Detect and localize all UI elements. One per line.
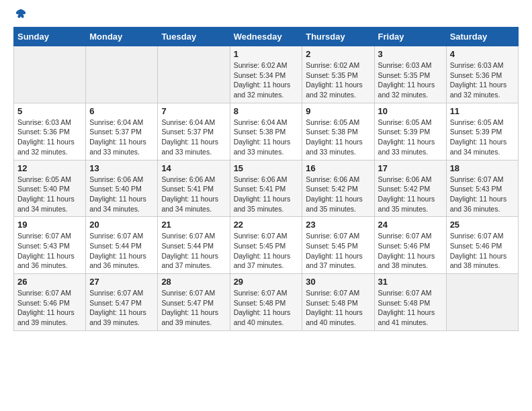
calendar-week-row: 12Sunrise: 6:05 AMSunset: 5:40 PMDayligh… [14, 160, 519, 217]
calendar-cell: 24Sunrise: 6:07 AMSunset: 5:46 PMDayligh… [374, 217, 446, 274]
day-info: Sunrise: 6:07 AMSunset: 5:46 PMDaylight:… [17, 288, 82, 328]
day-info: Sunrise: 6:07 AMSunset: 5:45 PMDaylight:… [306, 231, 370, 271]
calendar-cell: 4Sunrise: 6:03 AMSunset: 5:36 PMDaylight… [446, 46, 518, 103]
day-info: Sunrise: 6:04 AMSunset: 5:37 PMDaylight:… [89, 118, 154, 157]
day-number: 26 [17, 277, 82, 287]
day-info: Sunrise: 6:05 AMSunset: 5:39 PMDaylight:… [450, 118, 515, 157]
calendar-cell [158, 46, 230, 103]
day-number: 23 [306, 220, 370, 230]
calendar-cell [14, 46, 86, 103]
day-info: Sunrise: 6:03 AMSunset: 5:36 PMDaylight:… [17, 118, 82, 157]
calendar-cell [446, 274, 518, 331]
day-number: 7 [161, 106, 226, 116]
calendar-cell: 1Sunrise: 6:02 AMSunset: 5:34 PMDaylight… [230, 46, 302, 103]
day-info: Sunrise: 6:06 AMSunset: 5:40 PMDaylight:… [89, 175, 154, 214]
calendar-header-friday: Friday [374, 28, 446, 46]
day-number: 11 [450, 106, 515, 116]
calendar-cell: 17Sunrise: 6:06 AMSunset: 5:42 PMDayligh… [374, 160, 446, 217]
calendar-week-row: 19Sunrise: 6:07 AMSunset: 5:43 PMDayligh… [14, 217, 519, 274]
day-number: 3 [378, 49, 443, 59]
day-number: 18 [450, 163, 515, 173]
day-number: 29 [234, 277, 299, 287]
day-info: Sunrise: 6:03 AMSunset: 5:35 PMDaylight:… [378, 60, 443, 100]
calendar-table: SundayMondayTuesdayWednesdayThursdayFrid… [13, 27, 519, 331]
day-info: Sunrise: 6:06 AMSunset: 5:42 PMDaylight:… [378, 175, 443, 214]
calendar-cell: 6Sunrise: 6:04 AMSunset: 5:37 PMDaylight… [86, 103, 158, 160]
calendar-cell: 10Sunrise: 6:05 AMSunset: 5:39 PMDayligh… [374, 103, 446, 160]
calendar-cell: 22Sunrise: 6:07 AMSunset: 5:45 PMDayligh… [230, 217, 302, 274]
calendar-cell: 19Sunrise: 6:07 AMSunset: 5:43 PMDayligh… [14, 217, 86, 274]
day-info: Sunrise: 6:07 AMSunset: 5:46 PMDaylight:… [378, 231, 443, 271]
calendar-cell: 2Sunrise: 6:02 AMSunset: 5:35 PMDaylight… [302, 46, 374, 103]
day-info: Sunrise: 6:06 AMSunset: 5:41 PMDaylight:… [161, 175, 226, 214]
day-info: Sunrise: 6:05 AMSunset: 5:40 PMDaylight:… [17, 175, 82, 214]
calendar-cell: 31Sunrise: 6:07 AMSunset: 5:48 PMDayligh… [374, 274, 446, 331]
header [13, 13, 519, 20]
day-number: 14 [161, 163, 226, 173]
day-number: 17 [378, 163, 443, 173]
calendar-cell: 23Sunrise: 6:07 AMSunset: 5:45 PMDayligh… [302, 217, 374, 274]
calendar-cell: 5Sunrise: 6:03 AMSunset: 5:36 PMDaylight… [14, 103, 86, 160]
day-number: 22 [234, 220, 299, 230]
calendar-cell: 14Sunrise: 6:06 AMSunset: 5:41 PMDayligh… [158, 160, 230, 217]
calendar-cell: 26Sunrise: 6:07 AMSunset: 5:46 PMDayligh… [14, 274, 86, 331]
day-info: Sunrise: 6:07 AMSunset: 5:43 PMDaylight:… [450, 175, 515, 214]
calendar-header-saturday: Saturday [446, 28, 518, 46]
day-info: Sunrise: 6:04 AMSunset: 5:37 PMDaylight:… [161, 118, 226, 157]
day-info: Sunrise: 6:07 AMSunset: 5:47 PMDaylight:… [161, 288, 226, 328]
calendar-header-sunday: Sunday [14, 28, 86, 46]
calendar-cell [86, 46, 158, 103]
calendar-header-tuesday: Tuesday [158, 28, 230, 46]
day-number: 30 [306, 277, 370, 287]
calendar-cell: 16Sunrise: 6:06 AMSunset: 5:42 PMDayligh… [302, 160, 374, 217]
day-info: Sunrise: 6:07 AMSunset: 5:46 PMDaylight:… [450, 231, 515, 271]
day-info: Sunrise: 6:07 AMSunset: 5:43 PMDaylight:… [17, 231, 82, 271]
calendar-cell: 27Sunrise: 6:07 AMSunset: 5:47 PMDayligh… [86, 274, 158, 331]
calendar-cell: 8Sunrise: 6:04 AMSunset: 5:38 PMDaylight… [230, 103, 302, 160]
day-number: 1 [234, 49, 299, 59]
day-info: Sunrise: 6:04 AMSunset: 5:38 PMDaylight:… [234, 118, 299, 157]
day-number: 15 [234, 163, 299, 173]
day-info: Sunrise: 6:02 AMSunset: 5:34 PMDaylight:… [234, 60, 299, 100]
calendar-header-wednesday: Wednesday [230, 28, 302, 46]
page: SundayMondayTuesdayWednesdayThursdayFrid… [0, 0, 532, 338]
logo-bird-icon [15, 8, 27, 20]
day-number: 19 [17, 220, 82, 230]
day-info: Sunrise: 6:07 AMSunset: 5:48 PMDaylight:… [234, 288, 299, 328]
day-number: 21 [161, 220, 226, 230]
day-info: Sunrise: 6:07 AMSunset: 5:44 PMDaylight:… [161, 231, 226, 271]
day-number: 20 [89, 220, 154, 230]
calendar-cell: 18Sunrise: 6:07 AMSunset: 5:43 PMDayligh… [446, 160, 518, 217]
calendar-cell: 9Sunrise: 6:05 AMSunset: 5:38 PMDaylight… [302, 103, 374, 160]
calendar-cell: 13Sunrise: 6:06 AMSunset: 5:40 PMDayligh… [86, 160, 158, 217]
calendar-cell: 21Sunrise: 6:07 AMSunset: 5:44 PMDayligh… [158, 217, 230, 274]
calendar-week-row: 26Sunrise: 6:07 AMSunset: 5:46 PMDayligh… [14, 274, 519, 331]
calendar-header-row: SundayMondayTuesdayWednesdayThursdayFrid… [14, 28, 519, 46]
day-info: Sunrise: 6:05 AMSunset: 5:39 PMDaylight:… [378, 118, 443, 157]
day-number: 8 [234, 106, 299, 116]
day-number: 27 [89, 277, 154, 287]
day-number: 2 [306, 49, 370, 59]
day-number: 4 [450, 49, 515, 59]
calendar-week-row: 1Sunrise: 6:02 AMSunset: 5:34 PMDaylight… [14, 46, 519, 103]
calendar-cell: 12Sunrise: 6:05 AMSunset: 5:40 PMDayligh… [14, 160, 86, 217]
day-number: 25 [450, 220, 515, 230]
calendar-cell: 28Sunrise: 6:07 AMSunset: 5:47 PMDayligh… [158, 274, 230, 331]
day-info: Sunrise: 6:05 AMSunset: 5:38 PMDaylight:… [306, 118, 370, 157]
day-number: 9 [306, 106, 370, 116]
calendar-header-monday: Monday [86, 28, 158, 46]
calendar-week-row: 5Sunrise: 6:03 AMSunset: 5:36 PMDaylight… [14, 103, 519, 160]
day-info: Sunrise: 6:07 AMSunset: 5:47 PMDaylight:… [89, 288, 154, 328]
day-number: 31 [378, 277, 443, 287]
calendar-cell: 7Sunrise: 6:04 AMSunset: 5:37 PMDaylight… [158, 103, 230, 160]
day-info: Sunrise: 6:07 AMSunset: 5:48 PMDaylight:… [378, 288, 443, 328]
calendar-cell: 25Sunrise: 6:07 AMSunset: 5:46 PMDayligh… [446, 217, 518, 274]
day-info: Sunrise: 6:07 AMSunset: 5:45 PMDaylight:… [234, 231, 299, 271]
day-info: Sunrise: 6:03 AMSunset: 5:36 PMDaylight:… [450, 60, 515, 100]
day-info: Sunrise: 6:07 AMSunset: 5:48 PMDaylight:… [306, 288, 370, 328]
calendar-header-thursday: Thursday [302, 28, 374, 46]
day-number: 24 [378, 220, 443, 230]
day-info: Sunrise: 6:06 AMSunset: 5:41 PMDaylight:… [234, 175, 299, 214]
day-info: Sunrise: 6:06 AMSunset: 5:42 PMDaylight:… [306, 175, 370, 214]
logo [13, 13, 27, 20]
